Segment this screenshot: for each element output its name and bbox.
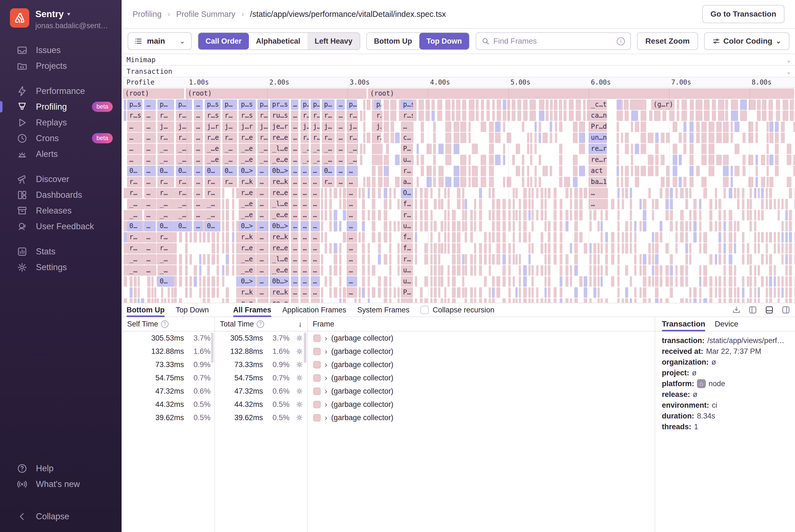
flame-frame[interactable]: … bbox=[291, 243, 298, 253]
flame-frame[interactable]: … bbox=[144, 265, 156, 276]
flame-frame[interactable]: j… bbox=[222, 121, 237, 132]
sort-descending-icon[interactable]: ↓ bbox=[298, 320, 302, 328]
total-time-cell[interactable]: 39.62ms0.5% bbox=[215, 411, 307, 424]
flame-frame[interactable]: _… bbox=[311, 144, 320, 154]
flame-frame[interactable]: _… bbox=[157, 265, 174, 276]
flame-frame[interactable]: (g…r) bbox=[651, 99, 674, 110]
frame-row[interactable]: ›(garbage collector) bbox=[308, 371, 655, 384]
flame-frame[interactable]: j… bbox=[157, 121, 174, 132]
flame-frame[interactable]: … bbox=[347, 188, 357, 198]
total-time-cell[interactable]: 54.75ms0.7% bbox=[215, 371, 307, 384]
expand-chevron-icon[interactable]: › bbox=[324, 360, 328, 369]
flame-frame[interactable]: 0… bbox=[205, 166, 221, 176]
flame-frame[interactable]: _… bbox=[157, 144, 174, 154]
flame-frame[interactable]: … bbox=[144, 177, 156, 187]
flame-frame[interactable]: 0…> bbox=[239, 276, 256, 287]
layout-bottom-icon[interactable] bbox=[764, 305, 774, 315]
flame-frame[interactable]: O… bbox=[401, 188, 413, 198]
flame-frame[interactable]: r… bbox=[157, 188, 174, 198]
flame-frame[interactable]: … bbox=[301, 254, 309, 265]
flame-frame[interactable]: p… bbox=[176, 99, 192, 110]
total-time-cell[interactable]: 44.32ms0.5% bbox=[215, 398, 307, 411]
sidebar-item-whats-new[interactable]: What's new bbox=[0, 476, 121, 492]
flame-frame[interactable]: r… bbox=[157, 243, 174, 253]
flame-frame[interactable]: … bbox=[311, 298, 320, 303]
self-time-cell[interactable]: 39.62ms0.5% bbox=[122, 411, 214, 424]
frame-row[interactable]: ›(garbage collector) bbox=[308, 411, 655, 424]
flame-frame[interactable]: r… bbox=[322, 177, 335, 187]
self-time-cell[interactable]: 305.53ms3.7% bbox=[122, 331, 214, 345]
scrollbar-thumb[interactable] bbox=[304, 332, 306, 363]
flame-frame[interactable]: u… bbox=[401, 276, 413, 287]
gear-icon[interactable] bbox=[289, 414, 303, 421]
flame-frame[interactable]: … bbox=[311, 188, 320, 198]
flamegraph[interactable]: (root)(root)(root)p…sr…s…………0…r…r…_…_…0…… bbox=[122, 88, 795, 303]
flame-frame[interactable]: c… bbox=[401, 133, 413, 143]
total-time-cell[interactable]: 73.33ms0.9% bbox=[215, 358, 307, 371]
flame-frame[interactable]: r…s bbox=[401, 111, 413, 121]
flame-frame[interactable]: u… bbox=[401, 155, 413, 165]
flame-frame[interactable]: r… bbox=[176, 188, 192, 198]
flame-frame[interactable]: _… bbox=[176, 210, 192, 221]
scrollbar-thumb[interactable] bbox=[211, 332, 213, 363]
flame-frame[interactable]: r…k bbox=[239, 287, 256, 298]
sort-alphabetical-button[interactable]: Alphabetical bbox=[249, 33, 308, 50]
flame-frame[interactable]: … bbox=[311, 177, 320, 187]
flame-frame[interactable]: … bbox=[301, 232, 309, 243]
find-frames-input[interactable] bbox=[493, 37, 613, 45]
flame-frame[interactable]: ba…1 bbox=[589, 177, 607, 187]
frame-row[interactable]: ›(garbage collector) bbox=[308, 358, 655, 371]
flame-frame[interactable]: 0… bbox=[322, 166, 335, 176]
flame-frame[interactable]: 0b…> bbox=[270, 221, 289, 231]
expand-chevron-icon[interactable]: › bbox=[324, 374, 328, 382]
flame-frame[interactable]: … bbox=[144, 133, 156, 143]
sidebar-item-performance[interactable]: Performance bbox=[0, 83, 121, 99]
flame-frame[interactable]: _… bbox=[311, 155, 320, 165]
minimap-lane[interactable]: Minimap ⌄ bbox=[122, 54, 795, 66]
flame-frame[interactable]: _l…e bbox=[270, 144, 289, 154]
flame-frame[interactable]: r… bbox=[157, 232, 174, 243]
flame-frame[interactable]: … bbox=[311, 276, 320, 287]
frame-row[interactable]: ›(garbage collector) bbox=[308, 384, 655, 398]
flame-frame[interactable]: r… bbox=[401, 210, 413, 221]
flame-frame[interactable]: _e…e bbox=[270, 155, 289, 165]
flame-frame-small[interactable] bbox=[374, 144, 381, 154]
flame-frame[interactable]: … bbox=[144, 144, 156, 154]
flame-frame[interactable]: … bbox=[311, 199, 320, 209]
flame-frame[interactable]: … bbox=[337, 166, 345, 176]
flame-frame[interactable]: _… bbox=[347, 144, 357, 154]
flame-frame[interactable]: … bbox=[194, 210, 203, 221]
flame-frame[interactable]: … bbox=[311, 166, 320, 176]
sort-call-order-button[interactable]: Call Order bbox=[198, 33, 249, 50]
flame-frame[interactable]: … bbox=[301, 265, 309, 276]
flame-frame[interactable]: … bbox=[144, 155, 156, 165]
flame-frame[interactable]: j… bbox=[322, 121, 335, 132]
flame-frame[interactable]: … bbox=[347, 166, 357, 176]
sidebar-item-stats[interactable]: Stats bbox=[0, 244, 121, 259]
flame-frame[interactable]: r… bbox=[205, 188, 221, 198]
filter-tab-application-frames[interactable]: Application Frames bbox=[282, 303, 346, 317]
flame-frame[interactable]: r… bbox=[127, 232, 142, 243]
flame-frame[interactable]: je…r bbox=[270, 121, 289, 132]
flame-frame[interactable]: p…s bbox=[239, 99, 256, 110]
breadcrumb-profiling[interactable]: Profiling bbox=[133, 10, 162, 19]
flame-frame[interactable]: 0…> bbox=[239, 221, 256, 231]
flame-frame[interactable]: … bbox=[301, 276, 309, 287]
flame-frame[interactable]: _…e bbox=[239, 254, 256, 265]
flame-frame[interactable]: r…k bbox=[239, 232, 256, 243]
flame-frame[interactable]: r… bbox=[176, 177, 192, 187]
reset-zoom-button[interactable]: Reset Zoom bbox=[637, 32, 698, 50]
flame-frame[interactable]: _…e bbox=[239, 210, 256, 221]
flame-frame[interactable]: _… bbox=[176, 199, 192, 209]
flame-frame[interactable]: … bbox=[144, 199, 156, 209]
flame-frame[interactable]: … bbox=[301, 243, 309, 253]
flame-frame[interactable]: r… bbox=[176, 133, 192, 143]
flame-frame[interactable]: … bbox=[194, 166, 203, 176]
table-tab-bottom-up[interactable]: Bottom Up bbox=[127, 303, 165, 317]
flame-frame[interactable]: _…e bbox=[239, 155, 256, 165]
layout-right-icon[interactable] bbox=[781, 305, 791, 315]
flame-frame[interactable]: 0… bbox=[176, 221, 192, 231]
flame-frame[interactable]: j… bbox=[374, 121, 381, 132]
flame-frame[interactable]: 0… bbox=[205, 221, 221, 231]
flame-frame[interactable]: … bbox=[291, 199, 298, 209]
